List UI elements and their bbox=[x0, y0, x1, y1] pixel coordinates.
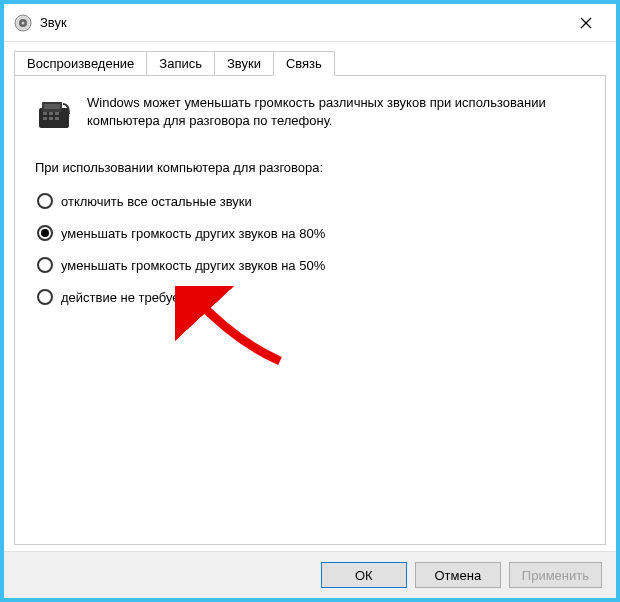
svg-rect-12 bbox=[49, 117, 53, 120]
ok-button[interactable]: ОК bbox=[321, 562, 407, 588]
radio-group: отключить все остальные звуки уменьшать … bbox=[37, 193, 585, 305]
radio-label: уменьшать громкость других звуков на 80% bbox=[61, 226, 325, 241]
svg-point-2 bbox=[22, 21, 25, 24]
svg-rect-11 bbox=[43, 117, 47, 120]
sound-window: Звук Воспроизведение Запись Звуки Связь bbox=[4, 4, 616, 598]
tab-strip: Воспроизведение Запись Звуки Связь bbox=[14, 51, 606, 76]
tab-content: Windows может уменьшать громкость различ… bbox=[14, 75, 606, 545]
radio-label: отключить все остальные звуки bbox=[61, 194, 252, 209]
radio-reduce-80[interactable]: уменьшать громкость других звуков на 80% bbox=[37, 225, 585, 241]
speaker-icon bbox=[14, 14, 32, 32]
radio-icon bbox=[37, 257, 53, 273]
tab-recording[interactable]: Запись bbox=[146, 51, 215, 76]
svg-rect-8 bbox=[43, 112, 47, 115]
radio-mute-all[interactable]: отключить все остальные звуки bbox=[37, 193, 585, 209]
close-button[interactable] bbox=[566, 8, 606, 38]
tab-sounds[interactable]: Звуки bbox=[214, 51, 274, 76]
intro-row: Windows может уменьшать громкость различ… bbox=[35, 94, 585, 132]
intro-text: Windows может уменьшать громкость различ… bbox=[87, 94, 585, 130]
button-bar: ОК Отмена Применить bbox=[4, 551, 616, 598]
radio-label: уменьшать громкость других звуков на 50% bbox=[61, 258, 325, 273]
tab-communications[interactable]: Связь bbox=[273, 51, 335, 76]
group-label: При использовании компьютера для разгово… bbox=[35, 160, 585, 175]
svg-rect-10 bbox=[55, 112, 59, 115]
svg-rect-9 bbox=[49, 112, 53, 115]
radio-do-nothing[interactable]: действие не требуется bbox=[37, 289, 585, 305]
titlebar: Звук bbox=[4, 4, 616, 42]
radio-icon bbox=[37, 289, 53, 305]
svg-rect-13 bbox=[55, 117, 59, 120]
radio-reduce-50[interactable]: уменьшать громкость других звуков на 50% bbox=[37, 257, 585, 273]
svg-rect-7 bbox=[44, 104, 60, 109]
radio-icon bbox=[37, 193, 53, 209]
tab-playback[interactable]: Воспроизведение bbox=[14, 51, 147, 76]
radio-label: действие не требуется bbox=[61, 290, 199, 305]
cancel-button[interactable]: Отмена bbox=[415, 562, 501, 588]
radio-icon bbox=[37, 225, 53, 241]
apply-button[interactable]: Применить bbox=[509, 562, 602, 588]
window-title: Звук bbox=[40, 15, 566, 30]
tabs-area: Воспроизведение Запись Звуки Связь bbox=[4, 42, 616, 545]
outer-frame: Звук Воспроизведение Запись Звуки Связь bbox=[0, 0, 620, 602]
phone-icon bbox=[35, 94, 73, 132]
